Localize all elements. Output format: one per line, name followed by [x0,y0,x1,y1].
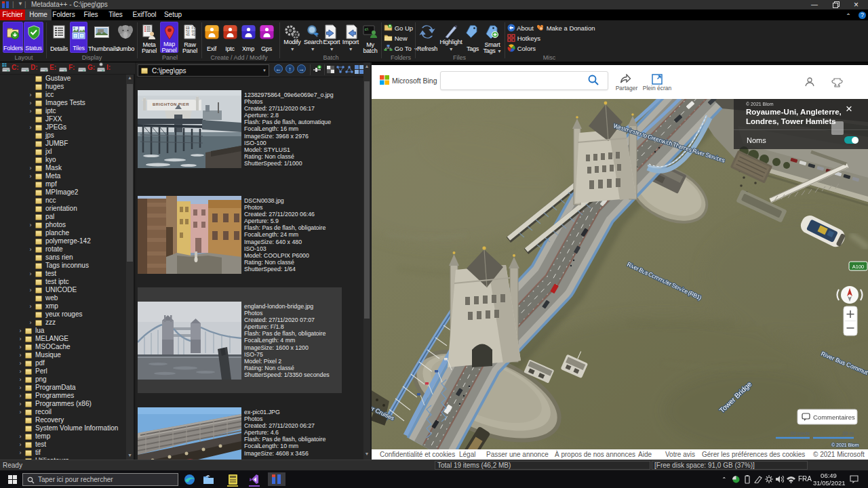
svg-text:45 49: 45 49 [186,33,195,37]
svg-text:20 m: 20 m [842,430,854,436]
svg-text:© 2021 Blom: © 2021 Blom [831,443,859,447]
svg-text:BRIGHTON PIER: BRIGHTON PIER [153,102,189,106]
svg-text:60 pieds: 60 pieds [791,430,810,436]
svg-text:Commentaires: Commentaires [813,413,855,421]
svg-text:A100: A100 [852,264,865,270]
svg-text:c:\: c:\ [365,27,368,31]
